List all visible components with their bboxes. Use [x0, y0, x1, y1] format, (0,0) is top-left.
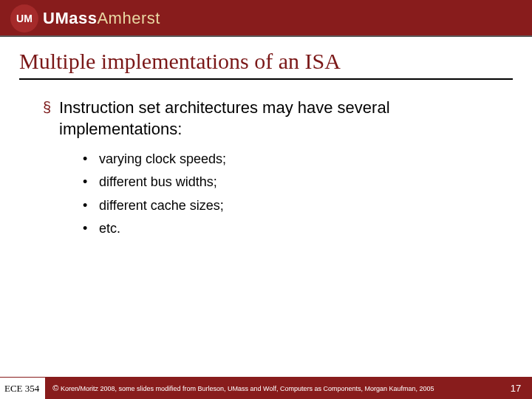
list-item: • etc.: [83, 219, 502, 238]
footer-page-number: 17: [499, 383, 532, 394]
footer-credits: © Koren/Moritz 2008, some slides modifie…: [45, 383, 499, 392]
bullet-level1-text: Instruction set architectures may have s…: [59, 98, 502, 140]
wordmark-left: UMass: [43, 9, 97, 27]
section-icon: §: [43, 98, 59, 140]
list-item-text: etc.: [99, 219, 120, 238]
content: § Instruction set architectures may have…: [0, 84, 532, 399]
header-rule: [0, 35, 532, 43]
umass-logo-icon: UM: [10, 4, 38, 33]
wordmark-right: Amherst: [97, 9, 160, 27]
footer-credits-text: Koren/Moritz 2008, some slides modified …: [61, 385, 434, 392]
bullet-icon: •: [83, 150, 99, 168]
list-item: • different cache sizes;: [83, 197, 502, 215]
bullet-icon: •: [83, 219, 99, 238]
header-band: UM UMassAmherst: [0, 0, 532, 43]
list-item-text: different bus widths;: [99, 173, 217, 191]
footer: ECE 354 © Koren/Moritz 2008, some slides…: [0, 377, 532, 399]
list-item: • different bus widths;: [83, 173, 502, 191]
wordmark: UMassAmherst: [43, 9, 160, 28]
slide: UM UMassAmherst Multiple implementations…: [0, 0, 532, 399]
title-area: Multiple implementations of an ISA: [0, 43, 532, 84]
copyright-icon: ©: [52, 383, 58, 392]
list-item-text: varying clock speeds;: [99, 150, 226, 168]
header-inner: UM UMassAmherst: [10, 4, 160, 33]
title-rule: [19, 78, 513, 80]
bullet-icon: •: [83, 197, 99, 215]
bullet-level2-list: • varying clock speeds; • different bus …: [83, 150, 502, 238]
slide-title: Multiple implementations of an ISA: [19, 49, 513, 77]
list-item-text: different cache sizes;: [99, 197, 224, 215]
footer-course: ECE 354: [0, 377, 45, 399]
bullet-icon: •: [83, 173, 99, 191]
list-item: • varying clock speeds;: [83, 150, 502, 168]
bullet-level1: § Instruction set architectures may have…: [43, 98, 502, 140]
